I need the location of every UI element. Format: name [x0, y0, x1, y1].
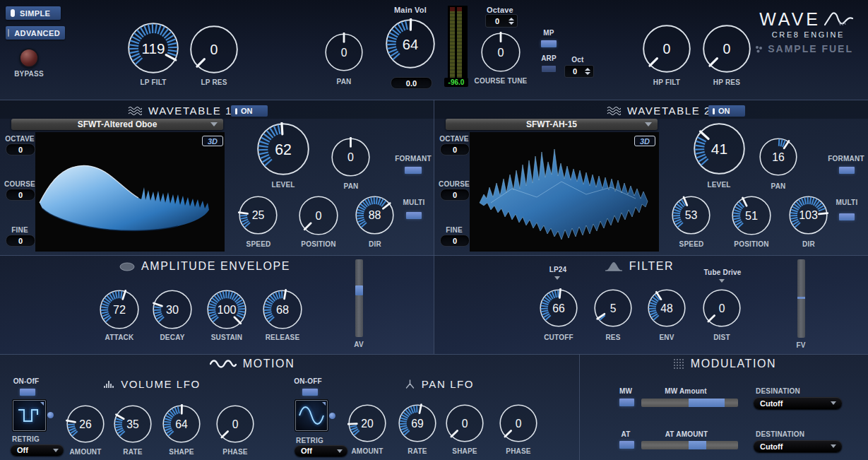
spinner-arrows-icon[interactable]: [509, 18, 517, 25]
wt2-fine-value[interactable]: 0: [440, 235, 470, 247]
wavetable1-3d-view[interactable]: [35, 132, 225, 252]
pan-lfo-rate-knob[interactable]: 69: [398, 403, 437, 443]
av-slider[interactable]: [355, 259, 363, 337]
wt1-pan-knob[interactable]: 0: [331, 137, 371, 177]
mp-led[interactable]: [541, 40, 557, 47]
pan-lfo-title-text: PAN LFO: [422, 378, 474, 390]
octave-spinner-value: 0: [486, 17, 509, 25]
hp-filt-knob[interactable]: 0: [642, 24, 691, 73]
dist-knob[interactable]: 0: [702, 288, 742, 328]
pan-lfo-amount-knob[interactable]: 20: [347, 403, 387, 443]
filter-drive-arrow-icon[interactable]: [719, 279, 725, 283]
wt2-formant-led[interactable]: [839, 167, 855, 174]
av-slider-handle[interactable]: [355, 285, 363, 295]
simple-button[interactable]: SIMPLE: [6, 6, 61, 20]
svg-text:66: 66: [552, 302, 565, 314]
svg-text:0: 0: [232, 418, 239, 430]
vol-lfo-retrig-value: Off: [17, 446, 28, 454]
fv-slider[interactable]: [797, 259, 805, 338]
mw-destination-dropdown[interactable]: Cutoff: [754, 397, 842, 409]
pan-knob[interactable]: 0: [324, 33, 364, 72]
pan-lfo-active-led: [329, 413, 335, 419]
wt1-multi-led[interactable]: [406, 212, 422, 219]
wavetable2-3d-view[interactable]: [470, 132, 659, 252]
advanced-button-label: ADVANCED: [14, 29, 60, 37]
release-knob[interactable]: 68: [262, 289, 303, 330]
pan-lfo-shape-knob[interactable]: 0: [445, 403, 484, 443]
sustain-knob[interactable]: 100: [206, 289, 247, 330]
sample-fuel-icon: [754, 45, 763, 54]
wavetable1-preset-dropdown[interactable]: SFWT-Altered Oboe: [11, 119, 223, 130]
at-destination-dropdown[interactable]: Cutoff: [754, 440, 842, 452]
wt1-octave-value[interactable]: 0: [6, 143, 35, 155]
vol-lfo-rate-knob[interactable]: 35: [113, 404, 153, 444]
pan-lfo-phase-knob[interactable]: 0: [499, 403, 538, 443]
res-knob[interactable]: 5: [593, 288, 633, 328]
dropdown-arrow-icon: [831, 444, 836, 448]
wt1-speed-knob[interactable]: 25: [238, 195, 278, 235]
wt2-course-value[interactable]: 0: [440, 189, 470, 201]
lp-res-knob[interactable]: 0: [189, 25, 239, 74]
wt2-octave-value[interactable]: 0: [440, 143, 470, 155]
wt2-level-knob[interactable]: 41: [693, 122, 746, 175]
wavetable1-3d-button[interactable]: 3D: [202, 136, 223, 146]
vol-lfo-onoff-led[interactable]: [20, 389, 35, 396]
svg-text:26: 26: [79, 418, 92, 430]
filter-title-text: FILTER: [629, 260, 674, 273]
wavetable1-on-button[interactable]: ON: [231, 105, 268, 117]
wt1-level-knob[interactable]: 62: [256, 122, 310, 176]
fv-slider-handle[interactable]: [797, 297, 805, 299]
wavetable2-title-text: WAVETABLE 2: [627, 105, 711, 117]
attack-knob[interactable]: 72: [99, 289, 140, 330]
wavetable1-on-label: ON: [241, 107, 253, 115]
wt1-position-knob[interactable]: 0: [298, 195, 339, 236]
oct-spinner[interactable]: 0: [564, 65, 594, 78]
wt1-course-value[interactable]: 0: [6, 189, 35, 201]
simple-button-label: SIMPLE: [20, 9, 50, 18]
octave-spinner[interactable]: 0: [485, 14, 518, 28]
vol-lfo-shape-knob[interactable]: 64: [162, 404, 201, 444]
wt2-multi-led[interactable]: [839, 213, 855, 220]
cutoff-knob[interactable]: 66: [539, 288, 578, 328]
arp-led[interactable]: [542, 66, 556, 72]
vol-lfo-phase-knob[interactable]: 0: [215, 404, 255, 444]
filter-drive-value[interactable]: Tube Drive: [687, 269, 758, 276]
lp-res-label: LP RES: [182, 78, 246, 86]
vol-lfo-amount-knob[interactable]: 26: [66, 404, 105, 444]
pan-lfo-wave-selector[interactable]: [295, 400, 328, 431]
at-led[interactable]: [619, 441, 634, 449]
advanced-button[interactable]: ADVANCED: [6, 26, 65, 40]
course-tune-knob[interactable]: 0: [480, 32, 521, 73]
svg-text:0: 0: [315, 209, 321, 222]
lp-filt-knob[interactable]: 119: [127, 22, 179, 74]
wt1-formant-led[interactable]: [405, 167, 422, 174]
pan-lfo-onoff-led[interactable]: [302, 389, 318, 396]
env-knob[interactable]: 48: [647, 288, 686, 328]
hp-res-knob[interactable]: 0: [702, 24, 751, 73]
oct-label: Oct: [546, 56, 610, 64]
filter-type-arrow-icon[interactable]: [554, 276, 560, 280]
wt2-speed-knob[interactable]: 53: [671, 195, 711, 235]
bypass-button[interactable]: [20, 49, 37, 66]
pan-lfo-onoff-label: ON-OFF: [276, 377, 340, 385]
svg-text:64: 64: [403, 37, 418, 52]
decay-knob[interactable]: 30: [152, 289, 193, 330]
vol-lfo-wave-selector[interactable]: [13, 400, 46, 431]
main-vol-knob[interactable]: 64: [385, 18, 436, 69]
amp-env-title-text: AMPLITUDE ENVELOPE: [141, 260, 290, 273]
wavetable2-preset-dropdown[interactable]: SFWT-AH-15: [446, 119, 658, 130]
wt1-fine-value[interactable]: 0: [6, 235, 35, 247]
spinner-arrows-icon[interactable]: [585, 68, 593, 75]
wave-cre8-engine-window: SIMPLE ADVANCED BYPASS 119 LP FILT 0 LP …: [0, 0, 868, 460]
wavetable2-3d-button[interactable]: 3D: [634, 136, 655, 146]
wavetable2-on-button[interactable]: ON: [708, 105, 745, 117]
wt2-pan-knob[interactable]: 16: [759, 137, 798, 177]
mw-led[interactable]: [619, 399, 634, 406]
mw-amount-slider[interactable]: [641, 399, 738, 407]
at-amount-slider[interactable]: [641, 441, 738, 449]
svg-text:88: 88: [369, 209, 381, 221]
volume-bars-icon: [103, 379, 114, 389]
vol-lfo-phase-label: PHASE: [203, 448, 267, 456]
wt2-position-knob[interactable]: 51: [731, 195, 772, 236]
wt2-formant-label: FORMANT: [814, 155, 868, 163]
